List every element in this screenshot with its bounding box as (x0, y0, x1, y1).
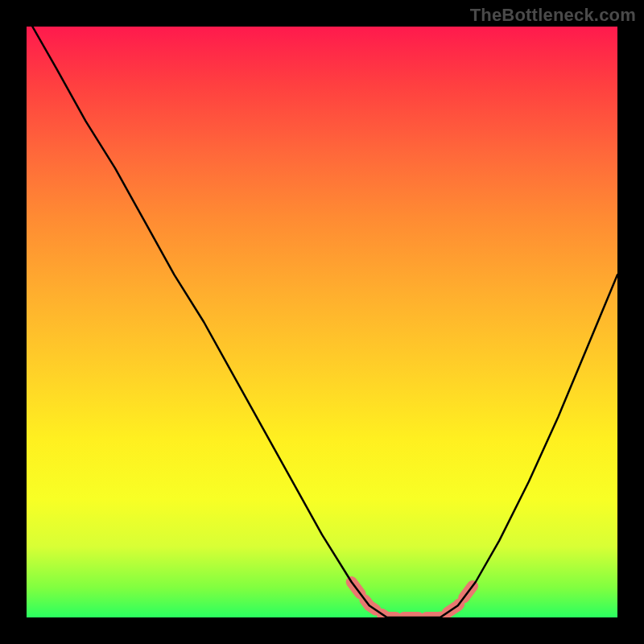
marker-band (352, 582, 476, 617)
plot-area (27, 27, 617, 617)
watermark-text: TheBottleneck.com (470, 5, 636, 26)
chart-frame: TheBottleneck.com (0, 0, 644, 644)
bottleneck-curve-line (32, 27, 617, 617)
curve-series (32, 27, 617, 617)
optimal-range-marker (352, 582, 476, 617)
chart-svg (27, 27, 617, 617)
